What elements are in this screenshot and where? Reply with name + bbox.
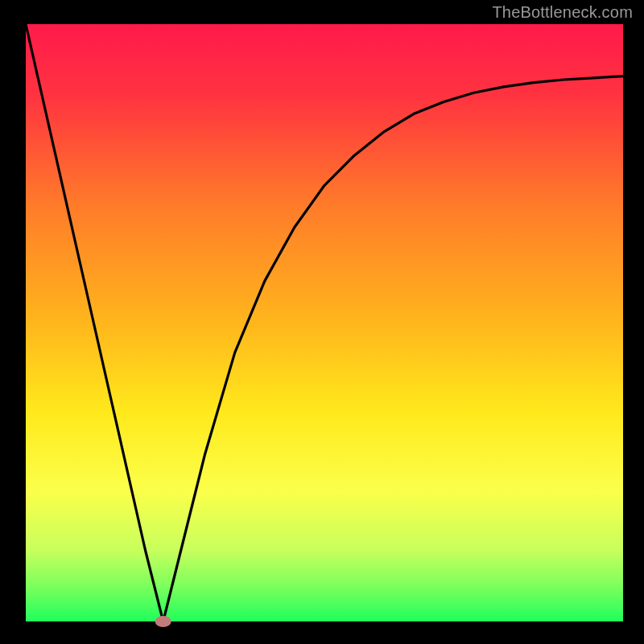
minimum-marker [155, 616, 171, 627]
watermark-text: TheBottleneck.com [492, 3, 633, 22]
bottleneck-chart [0, 0, 644, 644]
plot-background [26, 24, 623, 621]
chart-frame: TheBottleneck.com [0, 0, 644, 644]
